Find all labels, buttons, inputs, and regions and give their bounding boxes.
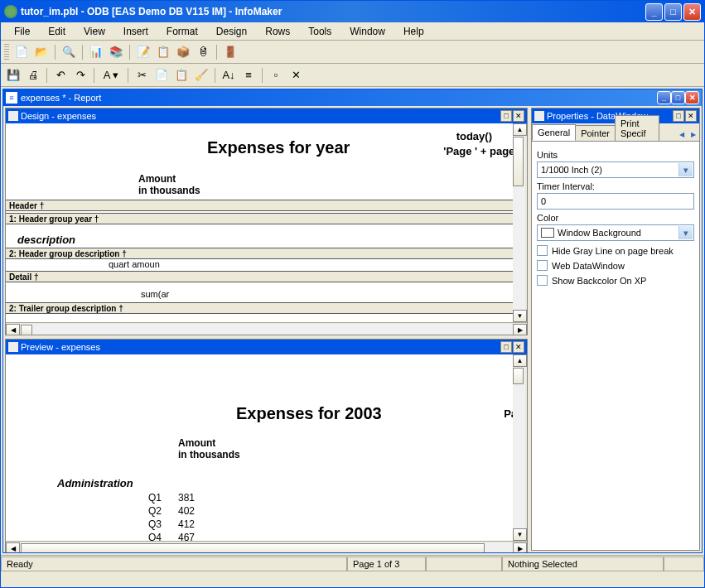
sum-expr-field[interactable]: sum(ar (141, 289, 169, 299)
tab-scroll-left-icon[interactable]: ◀ (676, 128, 688, 141)
cut-icon[interactable]: ✂ (133, 66, 151, 84)
trailer2-band[interactable]: 2: Trailer group description † (6, 302, 527, 314)
redo-icon[interactable]: ↷ (71, 66, 89, 84)
property-tabs: General Pointer Print Specif ◀ ▶ (532, 123, 699, 142)
menu-tools[interactable]: Tools (300, 24, 340, 39)
sql-icon[interactable]: 📊 (87, 43, 105, 61)
page-icon[interactable]: ▫ (267, 66, 285, 84)
exit-icon[interactable]: 🚪 (221, 43, 239, 61)
status-grip (664, 557, 704, 571)
maximize-button[interactable]: □ (664, 3, 682, 21)
report-minimize-button[interactable]: _ (657, 91, 671, 104)
detail-columns[interactable]: quart amoun (109, 259, 160, 269)
design-restore-button[interactable]: □ (500, 110, 512, 122)
report-title: expenses * - Report (21, 93, 657, 103)
grid-icon[interactable]: 📋 (154, 43, 172, 61)
menu-design[interactable]: Design (208, 24, 255, 39)
scroll-down-icon[interactable]: ▼ (513, 310, 527, 322)
menu-insert[interactable]: Insert (115, 24, 157, 39)
menu-view[interactable]: View (75, 24, 113, 39)
preview-icon[interactable]: 🔍 (60, 43, 78, 61)
close-button[interactable]: ✕ (683, 3, 701, 21)
close-pane-icon[interactable]: ✕ (287, 66, 305, 84)
status-pages: Page 1 of 3 (347, 557, 426, 571)
sort-asc-icon[interactable]: A↓ (220, 66, 238, 84)
erase-icon[interactable]: 🧹 (192, 66, 210, 84)
scroll-up-icon[interactable]: ▲ (513, 123, 527, 136)
menu-format[interactable]: Format (158, 24, 206, 39)
table-icon[interactable]: 📦 (174, 43, 192, 61)
show-backcolor-checkbox[interactable]: Show Backcolor On XP (537, 275, 694, 286)
page-expr-field[interactable]: 'Page ' + page() (443, 145, 522, 157)
save-icon[interactable]: 💾 (4, 66, 22, 84)
group1-band[interactable]: 1: Header group year † (6, 213, 527, 224)
tab-scroll-right-icon[interactable]: ▶ (688, 128, 699, 141)
design-vscroll[interactable]: ▲ ▼ (513, 123, 527, 322)
toolbar-grip[interactable] (4, 44, 9, 60)
tab-pointer[interactable]: Pointer (575, 125, 616, 141)
menu-help[interactable]: Help (395, 24, 432, 39)
minimize-button[interactable]: _ (645, 3, 663, 21)
new-icon[interactable]: 📄 (12, 43, 31, 61)
menubar: File Edit View Insert Format Design Rows… (1, 22, 704, 41)
units-select[interactable]: 1/1000 Inch (2) (537, 161, 694, 178)
web-datawindow-checkbox[interactable]: Web DataWindow (537, 260, 694, 271)
copy-icon[interactable]: 📄 (152, 66, 171, 84)
color-swatch-icon (541, 228, 554, 238)
paste-icon[interactable]: 📋 (172, 66, 191, 84)
scroll-right-icon[interactable]: ▶ (513, 324, 527, 335)
header-band[interactable]: Header † (6, 200, 527, 211)
undo-icon[interactable]: ↶ (51, 66, 70, 84)
table-row: Q3412 (148, 518, 210, 530)
menu-file[interactable]: File (6, 24, 38, 39)
preview-vscroll[interactable]: ▲ ▼ (513, 354, 527, 541)
database-icon[interactable]: 🛢 (194, 43, 212, 61)
hide-gray-checkbox[interactable]: Hide Gray Line on page break (537, 245, 694, 256)
scroll-right-icon[interactable]: ▶ (513, 542, 527, 553)
notes-icon[interactable]: 📝 (134, 43, 152, 61)
scroll-left-icon[interactable]: ◀ (6, 542, 20, 553)
tab-print[interactable]: Print Specif (615, 115, 659, 141)
design-surface[interactable]: Expenses for year today() 'Page ' + page… (6, 123, 527, 322)
filter-icon[interactable]: ≡ (239, 66, 258, 84)
font-dropdown-icon[interactable]: A ▾ (99, 66, 123, 84)
menu-edit[interactable]: Edit (40, 24, 74, 39)
preview-hscroll[interactable]: ◀ ▶ (6, 541, 527, 552)
report-title-field[interactable]: Expenses for year (207, 138, 350, 157)
preview-surface[interactable]: Expenses for 2003 3/ Pag Amountin thousa… (6, 354, 527, 541)
amount-label[interactable]: Amountin thousands (138, 173, 200, 196)
retrieve-icon[interactable]: 📚 (107, 43, 125, 61)
color-label: Color (537, 213, 694, 223)
detail-band[interactable]: Detail † (6, 271, 527, 282)
design-pane-title: Design - expenses (21, 111, 500, 121)
tab-general[interactable]: General (532, 124, 576, 141)
color-select[interactable]: Window Background (537, 224, 694, 241)
report-window: ≡ expenses * - Report _ □ ✕ Design - exp… (2, 89, 703, 553)
design-hscroll[interactable]: ◀ ▶ (6, 322, 527, 335)
properties-close-button[interactable]: ✕ (685, 110, 697, 122)
report-maximize-button[interactable]: □ (671, 91, 685, 104)
table-row: Q2402 (148, 505, 210, 517)
design-pane-titlebar: Design - expenses □ ✕ (6, 108, 527, 123)
status-selection: Nothing Selected (502, 557, 664, 571)
properties-icon (534, 111, 544, 121)
preview-pane-icon (8, 342, 18, 352)
menu-rows[interactable]: Rows (257, 24, 298, 39)
print-icon[interactable]: 🖨 (24, 66, 42, 84)
preview-data-table: Q1381 Q2402 Q3412 Q4467 (147, 490, 211, 541)
timer-input[interactable] (537, 193, 694, 210)
preview-restore-button[interactable]: □ (500, 341, 512, 353)
menu-window[interactable]: Window (341, 24, 394, 39)
app-title: tutor_im.pbl - ODB [EAS Demo DB V115 IM]… (21, 6, 645, 17)
report-close-button[interactable]: ✕ (685, 91, 699, 104)
group2-band[interactable]: 2: Header group description † (6, 248, 527, 259)
properties-restore-button[interactable]: □ (673, 110, 684, 122)
design-close-button[interactable]: ✕ (513, 110, 524, 122)
open-icon[interactable]: 📂 (32, 43, 51, 61)
scroll-up-icon[interactable]: ▲ (513, 354, 527, 367)
preview-close-button[interactable]: ✕ (513, 341, 524, 353)
today-expr-field[interactable]: today() (456, 130, 492, 142)
scroll-down-icon[interactable]: ▼ (513, 528, 527, 541)
scroll-left-icon[interactable]: ◀ (6, 324, 20, 335)
description-field[interactable]: description (17, 234, 75, 246)
